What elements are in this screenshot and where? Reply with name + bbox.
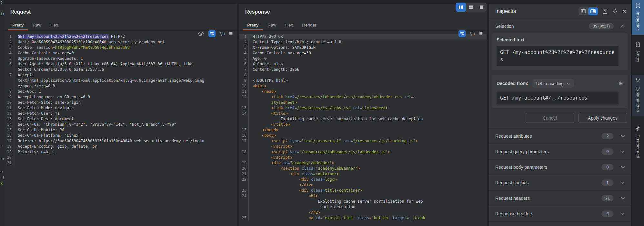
response-editor[interactable]: 1HTTP/2 200 OK2Content-Type: text/html; … xyxy=(239,31,487,221)
sidebar-tab-inspector[interactable]: Inspector xyxy=(632,0,644,35)
inspector-section-request-body-parameters[interactable]: Request body parameters0 xyxy=(489,159,631,175)
code-line[interactable]: 18 <script src="/resources/labheader/js/… xyxy=(239,149,487,155)
sidebar-tab-notes[interactable]: Notes xyxy=(632,39,644,67)
code-line[interactable]: 20 xyxy=(4,155,237,160)
code-line[interactable]: 10<html> xyxy=(239,83,487,89)
code-line[interactable]: 11Sec-Fetch-Mode: navigate xyxy=(4,105,237,111)
code-line[interactable]: 15Sec-Ch-Ua-Mobile: ?0 xyxy=(4,127,237,133)
code-line[interactable]: 21 <div class=container> xyxy=(239,171,487,177)
inspector-section-request-headers[interactable]: Request headers21 xyxy=(489,190,631,206)
split-columns-button[interactable] xyxy=(456,3,466,12)
code-line[interactable]: 24 <h2> xyxy=(239,193,487,199)
code-line[interactable]: 6User-Agent: Mozilla/5.0 (X11; Linux x86… xyxy=(4,61,237,67)
code-line[interactable]: </title> xyxy=(239,122,487,127)
inspector-section-response-headers[interactable]: Response headers6 xyxy=(489,206,631,221)
inspector-section-request-query-parameters[interactable]: Request query parameters0 xyxy=(489,144,631,159)
code-line[interactable]: 7Content-Length: 3866 xyxy=(239,67,487,72)
code-line[interactable]: text/html,application/xhtml+xml,applicat… xyxy=(4,78,237,83)
tab-response-render[interactable]: Render xyxy=(297,19,321,30)
inspector-actions: Cancel Apply changes xyxy=(489,108,631,128)
code-line[interactable]: 12Sec-Fetch-User: ?1 xyxy=(4,111,237,116)
code-line[interactable]: 2Content-Type: text/html; charset=utf-8 xyxy=(239,39,487,45)
word-wrap-toggle-icon[interactable] xyxy=(208,30,216,37)
code-line[interactable]: 7Accept: xyxy=(4,72,237,78)
split-rows-button[interactable] xyxy=(466,3,476,12)
code-line[interactable]: </h2> xyxy=(239,210,487,215)
code-line[interactable]: e/apng,*/*;q=0.8 xyxy=(4,83,237,89)
code-line[interactable]: stylesheet> xyxy=(239,100,487,105)
dock-left-button[interactable] xyxy=(579,7,588,15)
show-newlines-icon[interactable]: \n xyxy=(470,31,475,36)
code-line[interactable]: cache deception xyxy=(239,204,487,210)
code-line[interactable]: 6X-Cache: miss xyxy=(239,61,487,67)
code-line[interactable]: 4Cache-Control: max-age=0 xyxy=(4,50,237,56)
code-line[interactable]: </script> xyxy=(239,155,487,160)
tab-request-hex[interactable]: Hex xyxy=(46,19,63,30)
code-line[interactable]: 19Priority: u=0, i xyxy=(4,149,237,155)
code-line[interactable]: 21 xyxy=(4,160,237,166)
tab-request-pretty[interactable]: Pretty xyxy=(8,19,28,30)
inspector-section-request-cookies[interactable]: Request cookies1 xyxy=(489,175,631,190)
selection-section-header[interactable]: Selection 39 (0x27) xyxy=(489,19,631,33)
code-line[interactable]: 9Accept-Language: en-GB,en;q=0.8 xyxy=(4,94,237,100)
code-line[interactable]: 10Sec-Fetch-Site: same-origin xyxy=(4,100,237,105)
code-line[interactable]: 3X-Frame-Options: SAMEORIGIN xyxy=(239,45,487,50)
code-line[interactable]: 20 <section class='academyLabBanner'> xyxy=(239,166,487,171)
hide-irrelevant-icon[interactable] xyxy=(198,30,204,37)
inspector-section-request-attributes[interactable]: Request attributes2 xyxy=(489,128,631,144)
tab-request-raw[interactable]: Raw xyxy=(28,19,46,30)
code-line[interactable]: 15 </head> xyxy=(239,127,487,133)
tab-response-hex[interactable]: Hex xyxy=(281,19,297,30)
expand-all-icon[interactable] xyxy=(612,9,618,14)
editor-menu-icon[interactable]: ≡ xyxy=(479,31,483,36)
apply-changes-button[interactable]: Apply changes xyxy=(579,113,627,123)
request-editor[interactable]: 1GET /my-account%23%2f%2e%2e%2fresources… xyxy=(4,31,237,166)
editor-menu-icon[interactable]: ≡ xyxy=(229,31,233,36)
code-line[interactable]: 16 <body> xyxy=(239,133,487,138)
code-line[interactable]: 17Referer: https://0ad500590474630382510… xyxy=(4,138,237,144)
code-line[interactable]: 16Sec-Ch-Ua-Platform: "Linux" xyxy=(4,133,237,138)
line-number: 15 xyxy=(239,127,249,133)
code-line[interactable]: 3Cookie: session=htBjogM8WhvYMmXvDG9sHqJ… xyxy=(4,45,237,50)
code-line[interactable]: 13 <link href=/resources/css/labs.css re… xyxy=(239,105,487,111)
tab-response-pretty[interactable]: Pretty xyxy=(243,19,263,30)
code-line[interactable]: 22 <div class=logo> xyxy=(239,177,487,182)
tab-response-raw[interactable]: Raw xyxy=(263,19,281,30)
code-line[interactable]: 12 <link href=/resources/labheader/css/a… xyxy=(239,94,487,100)
code-line[interactable]: 23 <div class=title-container> xyxy=(239,188,487,193)
add-decoding-step-icon[interactable]: ⊕ xyxy=(618,80,623,87)
code-line[interactable]: 8 xyxy=(239,72,487,78)
code-line[interactable]: 5Upgrade-Insecure-Requests: 1 xyxy=(4,56,237,61)
code-line[interactable]: 25 <a id='exploit-link' class='button' t… xyxy=(239,215,487,221)
decoded-text-value[interactable]: GET /my-account#/../resources xyxy=(497,91,619,104)
dock-right-button[interactable] xyxy=(588,7,598,15)
code-line[interactable]: 14 <title> xyxy=(239,111,487,116)
word-wrap-toggle-icon[interactable] xyxy=(458,30,466,37)
code-line[interactable]: 13Sec-Fetch-Dest: document xyxy=(4,116,237,122)
code-line[interactable]: </div> xyxy=(239,182,487,188)
show-newlines-icon[interactable]: \n xyxy=(220,31,225,36)
encoding-dropdown[interactable]: URL encoding xyxy=(532,79,574,88)
code-line[interactable]: 5Age: 0 xyxy=(239,56,487,61)
code-line[interactable]: 17 <script type="text/javascript" src="/… xyxy=(239,138,487,144)
code-line[interactable]: 14Sec-Ch-Ua: "Chromium";v="142", "Brave"… xyxy=(4,122,237,127)
collapse-all-icon[interactable] xyxy=(602,9,608,14)
sidebar-tab-explanations[interactable]: Explanations xyxy=(632,75,644,116)
single-pane-button[interactable] xyxy=(476,3,487,12)
code-line[interactable]: Exploiting cache server normalization fo… xyxy=(239,199,487,204)
sidebar-tab-custom-acti[interactable]: Custom acti xyxy=(632,123,644,163)
cancel-button[interactable]: Cancel xyxy=(526,113,574,123)
code-line[interactable]: 2Host: 0ad5005904746303825101a100e40040.… xyxy=(4,39,237,45)
code-line[interactable]: Exploiting cache server normalization fo… xyxy=(239,116,487,122)
code-line[interactable]: 8Sec-Gpc: 1 xyxy=(4,89,237,94)
code-line[interactable]: 9<!DOCTYPE html> xyxy=(239,78,487,83)
code-line[interactable]: 19 <div id="academyLabHeader"> xyxy=(239,160,487,166)
code-line[interactable]: 4Cache-Control: max-age=30 xyxy=(239,50,487,56)
code-line[interactable]: 18Accept-Encoding: gzip, deflate, br xyxy=(4,144,237,149)
close-icon[interactable]: × xyxy=(622,8,626,15)
section-label: Request body parameters xyxy=(495,165,547,170)
code-line[interactable]: Gecko) Chrome/142.0.0.0 Safari/537.36 xyxy=(4,67,237,72)
code-line[interactable]: 1HTTP/2 200 OK xyxy=(239,34,487,39)
code-line[interactable]: </script> xyxy=(239,144,487,149)
code-line[interactable]: 11 <head> xyxy=(239,89,487,94)
